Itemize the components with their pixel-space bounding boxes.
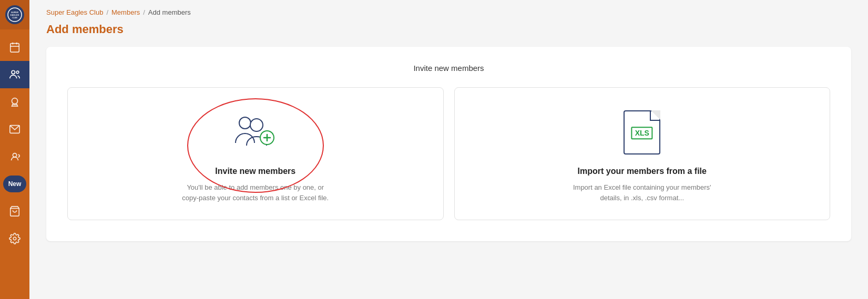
svg-point-13 bbox=[13, 153, 16, 157]
sidebar-item-messages[interactable] bbox=[0, 116, 29, 143]
sidebar-item-members[interactable] bbox=[0, 61, 29, 88]
sidebar-nav: New bbox=[0, 29, 29, 299]
svg-text:EAGLES: EAGLES bbox=[11, 14, 19, 16]
svg-point-8 bbox=[12, 70, 15, 74]
breadcrumb-members[interactable]: Members bbox=[111, 8, 140, 16]
logo-icon: SUPER EAGLES CLUB bbox=[5, 5, 24, 24]
svg-rect-4 bbox=[11, 44, 19, 53]
sidebar-logo[interactable]: SUPER EAGLES CLUB bbox=[0, 0, 29, 29]
import-option-title: Import your members from a file bbox=[578, 167, 707, 176]
import-icon: XLS bbox=[624, 109, 660, 156]
svg-point-10 bbox=[12, 98, 18, 104]
main-content: Super Eagles Club / Members / Add member… bbox=[29, 0, 868, 299]
invite-option-title: Invite new members bbox=[215, 167, 295, 176]
breadcrumb-org[interactable]: Super Eagles Club bbox=[46, 8, 103, 16]
svg-point-15 bbox=[13, 237, 16, 240]
svg-text:CLUB: CLUB bbox=[12, 17, 17, 19]
new-button[interactable]: New bbox=[3, 176, 26, 192]
sidebar-item-new[interactable]: New bbox=[0, 170, 29, 198]
sidebar-item-settings[interactable] bbox=[0, 225, 29, 252]
breadcrumb: Super Eagles Club / Members / Add member… bbox=[46, 8, 851, 16]
svg-point-17 bbox=[250, 119, 263, 131]
svg-point-9 bbox=[16, 71, 19, 74]
options-grid: Invite new members You'll be able to add… bbox=[67, 87, 830, 220]
breadcrumb-sep-1: / bbox=[106, 8, 108, 16]
sidebar-item-calendar[interactable] bbox=[0, 34, 29, 61]
svg-point-16 bbox=[239, 117, 251, 129]
breadcrumb-sep-2: / bbox=[143, 8, 145, 16]
xls-label: XLS bbox=[631, 127, 653, 139]
invite-option-card[interactable]: Invite new members You'll be able to add… bbox=[67, 87, 444, 220]
import-option-desc: Import an Excel file containing your mem… bbox=[568, 182, 716, 203]
sidebar: SUPER EAGLES CLUB bbox=[0, 0, 29, 299]
page-title: Add members bbox=[46, 23, 851, 36]
xls-doc-corner bbox=[650, 111, 659, 121]
sidebar-item-achievements[interactable] bbox=[0, 88, 29, 116]
invite-section-title: Invite new members bbox=[67, 64, 830, 73]
header: Super Eagles Club / Members / Add member… bbox=[29, 0, 868, 47]
breadcrumb-current: Add members bbox=[148, 8, 191, 16]
xls-doc-body: XLS bbox=[624, 110, 660, 154]
invite-option-desc: You'll be able to add members one by one… bbox=[182, 182, 329, 203]
import-option-card[interactable]: XLS Import your members from a file Impo… bbox=[454, 87, 831, 220]
card-container: Invite new members bbox=[46, 47, 851, 241]
sidebar-item-contacts[interactable] bbox=[0, 143, 29, 170]
invite-icon bbox=[229, 109, 282, 156]
sidebar-item-shop[interactable] bbox=[0, 198, 29, 225]
